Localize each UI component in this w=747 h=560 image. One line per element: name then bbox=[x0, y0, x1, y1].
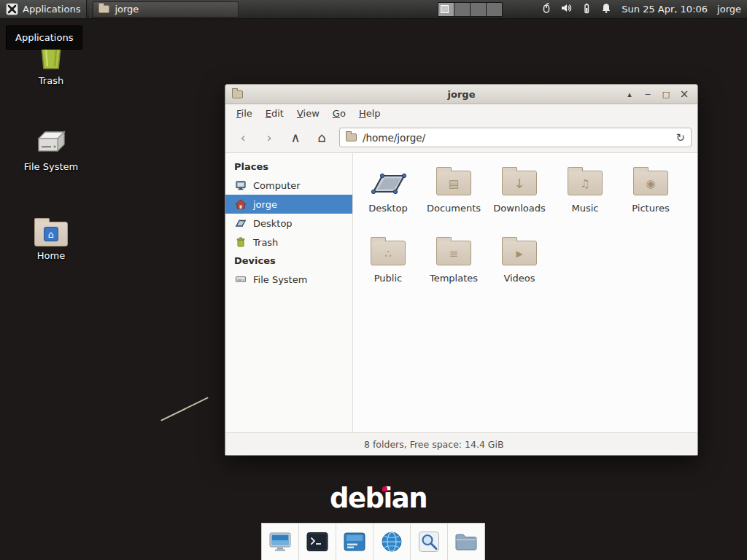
mouse-icon[interactable] bbox=[541, 2, 552, 16]
drive-icon bbox=[34, 121, 68, 158]
desktop: debian Trash File System bbox=[0, 0, 747, 560]
path-bar[interactable]: ↻ bbox=[339, 128, 692, 147]
file-label: Videos bbox=[503, 273, 535, 284]
folder-icon: ▤ bbox=[436, 171, 471, 195]
minimize-button[interactable]: ─ bbox=[641, 88, 654, 101]
menu-go[interactable]: Go bbox=[326, 106, 352, 121]
desktop-icon-home[interactable]: ⌂ Home bbox=[18, 210, 84, 261]
menu-view[interactable]: View bbox=[290, 106, 326, 121]
menu-help[interactable]: Help bbox=[352, 106, 387, 121]
sidebar-item-label: Desktop bbox=[253, 218, 293, 229]
file-item-pictures[interactable]: ◉ Pictures bbox=[618, 163, 684, 233]
menu-file[interactable]: File bbox=[230, 106, 259, 121]
sidebar-item-label: Computer bbox=[253, 180, 301, 191]
file-item-documents[interactable]: ▤ Documents bbox=[421, 163, 487, 233]
path-input[interactable] bbox=[363, 132, 670, 144]
workspace-switcher[interactable] bbox=[438, 2, 503, 17]
sidebar-item-desktop[interactable]: Desktop bbox=[225, 214, 352, 233]
volume-icon[interactable] bbox=[560, 2, 573, 16]
tooltip-text: Applications bbox=[15, 32, 73, 43]
file-manager-window: jorge ▴ ─ □ × File Edit View Go Help ‹ ›… bbox=[225, 84, 698, 456]
workspace-window-thumb bbox=[441, 5, 449, 13]
file-label: Downloads bbox=[493, 203, 545, 214]
application-finder-launcher[interactable] bbox=[411, 524, 448, 560]
trash-icon bbox=[235, 236, 247, 248]
notifications-icon[interactable] bbox=[600, 2, 612, 16]
workspace-2[interactable] bbox=[454, 3, 470, 16]
sidebar-item-jorge[interactable]: jorge bbox=[225, 195, 352, 214]
panel-right-area: Sun 25 Apr, 10:06 jorge bbox=[438, 0, 747, 18]
sidebar-item-label: Trash bbox=[253, 237, 278, 248]
sidebar-item-computer[interactable]: Computer bbox=[225, 176, 352, 195]
path-folder-icon bbox=[346, 133, 357, 141]
public-glyph-icon: ∴ bbox=[384, 249, 392, 260]
folder-icon: ∴ bbox=[371, 241, 406, 265]
workspace-3[interactable] bbox=[471, 3, 486, 16]
desktop-folder-icon bbox=[368, 163, 408, 203]
menu-edit[interactable]: Edit bbox=[259, 106, 290, 121]
file-item-music[interactable]: ♫ Music bbox=[552, 163, 618, 233]
home-folder-icon: ⌂ bbox=[34, 210, 68, 246]
panel-preferences-launcher[interactable] bbox=[336, 524, 374, 560]
folder-icon: ↓ bbox=[502, 171, 537, 195]
sidebar-item-trash[interactable]: Trash bbox=[225, 233, 352, 252]
web-browser-icon bbox=[380, 530, 403, 553]
window-titlebar[interactable]: jorge ▴ ─ □ × bbox=[225, 85, 697, 104]
application-finder-icon bbox=[417, 530, 441, 553]
file-item-desktop[interactable]: Desktop bbox=[355, 163, 421, 233]
debian-logo-text: debian bbox=[330, 483, 427, 514]
desktop-icon bbox=[235, 217, 247, 229]
workspace-1[interactable] bbox=[438, 3, 454, 16]
applications-menu-button[interactable]: Applications bbox=[0, 0, 86, 18]
sidebar-header-devices: Devices bbox=[225, 252, 352, 270]
back-button[interactable]: ‹ bbox=[231, 128, 255, 148]
terminal-icon bbox=[305, 531, 330, 553]
file-label: Documents bbox=[427, 203, 481, 214]
window-body: Places Computer jorge bbox=[225, 153, 697, 432]
show-desktop-icon bbox=[268, 531, 293, 553]
up-button[interactable]: ∧ bbox=[284, 128, 307, 148]
close-button[interactable]: × bbox=[678, 88, 691, 101]
applications-tooltip: Applications bbox=[6, 26, 82, 50]
terminal-launcher[interactable] bbox=[299, 524, 336, 560]
window-controls: ▴ ─ □ × bbox=[623, 88, 691, 101]
workspace-4[interactable] bbox=[487, 3, 502, 16]
videos-glyph-icon: ▶ bbox=[516, 249, 522, 258]
top-panel: Applications jorge bbox=[0, 0, 747, 19]
downloads-glyph-icon: ↓ bbox=[514, 177, 525, 190]
file-label: Public bbox=[374, 273, 402, 284]
clock[interactable]: Sun 25 Apr, 10:06 bbox=[622, 4, 708, 15]
file-manager-launcher[interactable] bbox=[448, 524, 484, 560]
shade-button[interactable]: ▴ bbox=[623, 88, 636, 101]
taskbar-window-button[interactable]: jorge bbox=[93, 1, 239, 18]
applications-icon bbox=[6, 3, 18, 15]
reload-icon[interactable]: ↻ bbox=[676, 131, 685, 144]
folder-icon: ♫ bbox=[568, 171, 603, 195]
sidebar-item-label: File System bbox=[253, 274, 307, 285]
toolbar: ‹ › ∧ ⌂ ↻ bbox=[225, 122, 697, 153]
home-button[interactable]: ⌂ bbox=[310, 128, 333, 148]
panel-separator bbox=[86, 0, 90, 18]
file-item-templates[interactable]: ≡ Templates bbox=[421, 233, 487, 303]
desktop-icon-file-system[interactable]: File System bbox=[18, 121, 84, 172]
power-icon[interactable] bbox=[581, 2, 592, 16]
show-desktop-launcher[interactable] bbox=[262, 524, 299, 560]
templates-glyph-icon: ≡ bbox=[449, 249, 459, 260]
file-item-videos[interactable]: ▶ Videos bbox=[487, 233, 552, 303]
panel-preferences-icon bbox=[342, 531, 367, 553]
statusbar-text: 8 folders, Free space: 14.4 GiB bbox=[364, 439, 504, 450]
forward-button[interactable]: › bbox=[258, 128, 281, 148]
sidebar-item-file-system[interactable]: File System bbox=[225, 270, 352, 289]
home-badge-icon: ⌂ bbox=[44, 227, 58, 241]
file-label: Templates bbox=[430, 273, 478, 284]
desktop-icon-label: File System bbox=[24, 161, 78, 172]
taskbar-folder-icon bbox=[98, 5, 109, 13]
taskbar-window-label: jorge bbox=[115, 4, 139, 15]
file-item-public[interactable]: ∴ Public bbox=[355, 233, 421, 303]
web-browser-launcher[interactable] bbox=[374, 524, 411, 560]
folder-icon: ◉ bbox=[633, 171, 668, 195]
file-item-downloads[interactable]: ↓ Downloads bbox=[487, 163, 552, 233]
debian-logo: debian bbox=[330, 483, 427, 514]
maximize-button[interactable]: □ bbox=[659, 88, 673, 101]
system-tray bbox=[541, 2, 612, 16]
